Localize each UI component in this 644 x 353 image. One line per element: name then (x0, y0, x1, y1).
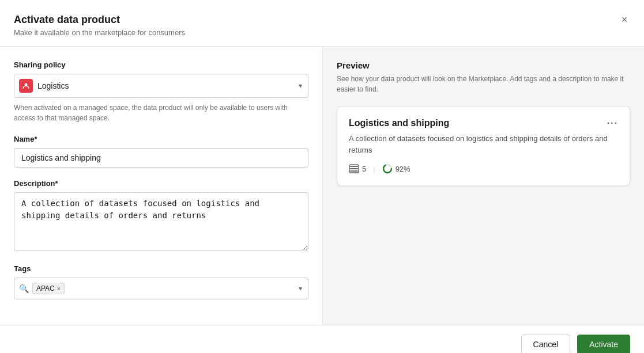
svg-rect-2 (350, 168, 358, 169)
card-title: Logistics and shipping (349, 118, 449, 128)
sharing-policy-field: Sharing policy Logistics ▾ When activate… (14, 60, 308, 123)
right-panel: Preview See how your data product will l… (323, 47, 644, 325)
sharing-policy-label: Sharing policy (14, 60, 308, 69)
sharing-policy-value: Logistics (37, 81, 69, 90)
close-icon: × (622, 14, 628, 26)
modal-subtitle: Make it available on the marketplace for… (14, 28, 630, 37)
dataset-stat: 5 (349, 164, 366, 174)
tag-apac: APAC × (32, 283, 65, 294)
chevron-down-icon: ▾ (299, 82, 302, 90)
preview-subtitle: See how your data product will look on t… (337, 74, 630, 94)
tags-field: Tags 🔍 APAC × ▾ (14, 264, 308, 299)
sharing-policy-icon (19, 79, 33, 93)
card-menu-button[interactable]: ··· (607, 118, 618, 128)
tags-input[interactable]: 🔍 APAC × ▾ (14, 278, 308, 299)
close-button[interactable]: × (616, 12, 632, 28)
name-label: Name* (14, 135, 308, 143)
datasets-icon (349, 164, 359, 174)
name-field: Name* (14, 135, 308, 168)
name-input[interactable] (14, 148, 308, 168)
description-label: Description* (14, 179, 308, 188)
activate-button[interactable]: Activate (577, 335, 630, 353)
quality-icon (382, 164, 393, 174)
dataset-count: 5 (362, 165, 366, 173)
stat-divider: | (373, 165, 375, 173)
modal-header: Activate data product Make it available … (0, 0, 644, 47)
card-header: Logistics and shipping ··· (349, 118, 618, 128)
modal-footer: Cancel Activate (0, 325, 644, 353)
left-panel: Sharing policy Logistics ▾ When activate… (0, 47, 323, 325)
modal-title: Activate data product (14, 14, 630, 26)
modal-body: Sharing policy Logistics ▾ When activate… (0, 47, 644, 325)
sharing-policy-select[interactable]: Logistics ▾ (14, 74, 308, 98)
quality-stat: 92% (382, 164, 410, 174)
sharing-policy-hint: When activated on a managed space, the d… (14, 103, 308, 123)
preview-card: Logistics and shipping ··· A collection … (337, 106, 630, 186)
quality-percent: 92% (396, 165, 410, 173)
search-icon: 🔍 (19, 284, 29, 293)
svg-rect-3 (350, 170, 358, 172)
chevron-down-icon: ▾ (299, 284, 302, 293)
description-input[interactable] (14, 192, 308, 251)
card-stats: 5 | 92% (349, 164, 618, 174)
tag-label: APAC (36, 284, 55, 293)
tag-remove-button[interactable]: × (57, 286, 61, 292)
cancel-button[interactable]: Cancel (521, 335, 571, 353)
preview-title: Preview (337, 60, 630, 70)
svg-rect-1 (350, 166, 358, 167)
card-description: A collection of datasets focused on logi… (349, 133, 618, 155)
description-field: Description* (14, 179, 308, 253)
activate-data-product-modal: Activate data product Make it available … (0, 0, 644, 353)
tags-label: Tags (14, 264, 308, 273)
